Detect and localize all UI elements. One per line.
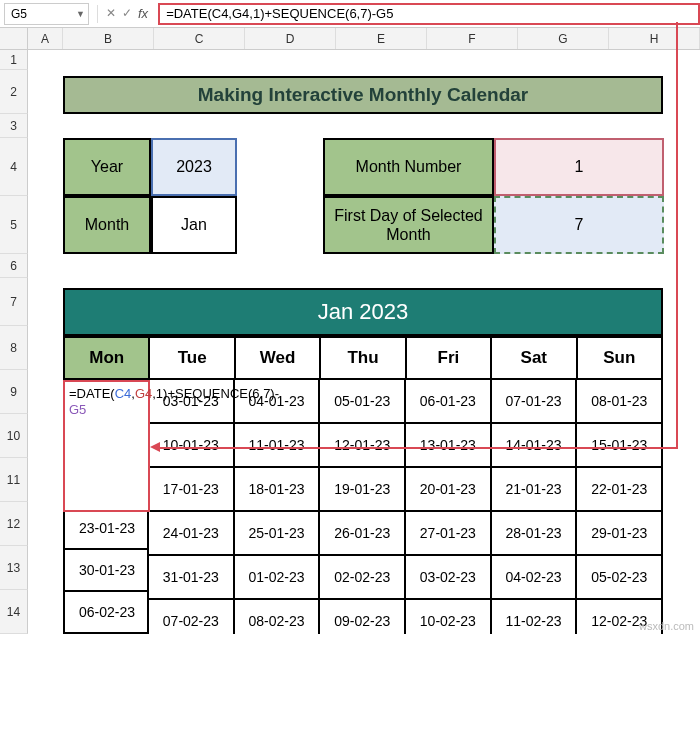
fx-icon[interactable]: fx bbox=[138, 6, 148, 21]
month-number-label: Month Number bbox=[323, 138, 494, 196]
annotation-line bbox=[154, 447, 678, 449]
calendar-cell[interactable]: 05-01-23 bbox=[318, 378, 406, 424]
calendar-cell[interactable]: 05-02-23 bbox=[575, 554, 663, 600]
separator bbox=[97, 5, 98, 23]
calendar-cell[interactable]: 26-01-23 bbox=[318, 510, 406, 556]
cancel-icon[interactable]: ✕ bbox=[106, 6, 116, 21]
calendar-cell[interactable]: 01-02-23 bbox=[233, 554, 321, 600]
row-header[interactable]: 10 bbox=[0, 414, 28, 458]
row-header[interactable]: 14 bbox=[0, 590, 28, 634]
row-header[interactable]: 5 bbox=[0, 196, 28, 254]
col-header[interactable]: A bbox=[28, 28, 63, 49]
annotation-line bbox=[676, 22, 678, 447]
calendar-cell[interactable]: 07-01-23 bbox=[490, 378, 578, 424]
row-header[interactable]: 4 bbox=[0, 138, 28, 196]
first-day-label-text: First Day of Selected Month bbox=[325, 206, 492, 244]
calendar-cell[interactable]: 11-01-23 bbox=[233, 422, 321, 468]
table-row: 10-01-23 11-01-23 12-01-23 13-01-23 14-0… bbox=[149, 424, 663, 468]
formula-overlay: =DATE(C4,G4,1)+SEQUENCE(6,7)-G5 bbox=[63, 380, 150, 512]
col-header[interactable]: E bbox=[336, 28, 427, 49]
col-header[interactable]: B bbox=[63, 28, 154, 49]
cell-ref-g4: G4 bbox=[135, 386, 152, 401]
column-headers: A B C D E F G H bbox=[0, 28, 700, 50]
row-header[interactable]: 8 bbox=[0, 326, 28, 370]
calendar-cell[interactable]: 11-02-23 bbox=[490, 598, 578, 634]
calendar-cell[interactable]: 17-01-23 bbox=[147, 466, 235, 512]
calendar-cell[interactable]: 09-02-23 bbox=[318, 598, 406, 634]
row-header[interactable]: 9 bbox=[0, 370, 28, 414]
first-day-value: 7 bbox=[494, 196, 664, 254]
calendar-header: Fri bbox=[405, 336, 492, 380]
calendar-cell[interactable]: 08-01-23 bbox=[575, 378, 663, 424]
row-header[interactable]: 7 bbox=[0, 278, 28, 326]
calendar-cell[interactable]: 20-01-23 bbox=[404, 466, 492, 512]
col-header[interactable]: G bbox=[518, 28, 609, 49]
calendar-cell[interactable]: 06-02-23 bbox=[63, 590, 151, 634]
calendar-cell[interactable]: 10-01-23 bbox=[147, 422, 235, 468]
row-header[interactable]: 2 bbox=[0, 70, 28, 114]
row-header[interactable]: 12 bbox=[0, 502, 28, 546]
calendar-cell[interactable]: 23-01-23 bbox=[63, 506, 151, 550]
chevron-down-icon[interactable]: ▼ bbox=[76, 9, 85, 19]
calendar-cell[interactable]: 06-01-23 bbox=[404, 378, 492, 424]
col-header[interactable]: H bbox=[609, 28, 700, 49]
page-title: Making Interactive Monthly Calendar bbox=[63, 76, 663, 114]
calendar-cell[interactable]: 13-01-23 bbox=[404, 422, 492, 468]
formula-text: ,1)+ bbox=[152, 386, 175, 401]
col-header[interactable]: C bbox=[154, 28, 245, 49]
calendar-cell[interactable]: 08-02-23 bbox=[233, 598, 321, 634]
calendar-header: Wed bbox=[234, 336, 321, 380]
select-all-corner[interactable] bbox=[0, 28, 28, 49]
calendar-cell[interactable]: 22-01-23 bbox=[575, 466, 663, 512]
calendar-cell[interactable]: 03-02-23 bbox=[404, 554, 492, 600]
calendar-cell[interactable]: 19-01-23 bbox=[318, 466, 406, 512]
calendar-header: Sun bbox=[576, 336, 663, 380]
formula-input[interactable]: =DATE(C4,G4,1)+SEQUENCE(6,7)-G5 bbox=[158, 3, 700, 25]
watermark: wsxdn.com bbox=[639, 620, 694, 632]
cell-ref-c4: C4 bbox=[115, 386, 132, 401]
row-header[interactable]: 3 bbox=[0, 114, 28, 138]
col-header[interactable]: D bbox=[245, 28, 336, 49]
calendar-cell[interactable]: 03-01-23 bbox=[147, 378, 235, 424]
calendar-cell[interactable]: 10-02-23 bbox=[404, 598, 492, 634]
check-icon[interactable]: ✓ bbox=[122, 6, 132, 21]
first-day-label: First Day of Selected Month bbox=[323, 196, 494, 254]
calendar-cell[interactable]: 31-01-23 bbox=[147, 554, 235, 600]
calendar-cell[interactable]: 14-01-23 bbox=[490, 422, 578, 468]
calendar-cell[interactable]: 21-01-23 bbox=[490, 466, 578, 512]
formula-text: SEQUENCE(6,7)- bbox=[175, 386, 279, 401]
name-box-value: G5 bbox=[11, 7, 27, 21]
table-row: 31-01-23 01-02-23 02-02-23 03-02-23 04-0… bbox=[149, 556, 663, 600]
month-value[interactable]: Jan bbox=[151, 196, 237, 254]
col-header[interactable]: F bbox=[427, 28, 518, 49]
month-number-value: 1 bbox=[494, 138, 664, 196]
calendar-cell[interactable]: 18-01-23 bbox=[233, 466, 321, 512]
calendar-cell[interactable]: 04-01-23 bbox=[233, 378, 321, 424]
calendar-cell[interactable]: 28-01-23 bbox=[490, 510, 578, 556]
calendar-cell[interactable]: 29-01-23 bbox=[575, 510, 663, 556]
month-label: Month bbox=[63, 196, 151, 254]
calendar-cell[interactable]: 12-01-23 bbox=[318, 422, 406, 468]
table-row: 07-02-23 08-02-23 09-02-23 10-02-23 11-0… bbox=[149, 600, 663, 634]
formula-bar: G5 ▼ ✕ ✓ fx =DATE(C4,G4,1)+SEQUENCE(6,7)… bbox=[0, 0, 700, 28]
row-header[interactable]: 11 bbox=[0, 458, 28, 502]
row-header[interactable]: 6 bbox=[0, 254, 28, 278]
calendar-cell[interactable]: 30-01-23 bbox=[63, 548, 151, 592]
formula-text: =DATE( bbox=[69, 386, 115, 401]
calendar-cell[interactable]: 02-02-23 bbox=[318, 554, 406, 600]
calendar-cell[interactable]: 04-02-23 bbox=[490, 554, 578, 600]
calendar-header-row: Mon Tue Wed Thu Fri Sat Sun bbox=[63, 336, 663, 380]
calendar-header: Thu bbox=[319, 336, 406, 380]
calendar-cell[interactable]: 15-01-23 bbox=[575, 422, 663, 468]
calendar-cell[interactable]: 25-01-23 bbox=[233, 510, 321, 556]
calendar-cell[interactable]: 24-01-23 bbox=[147, 510, 235, 556]
table-row: 24-01-23 25-01-23 26-01-23 27-01-23 28-0… bbox=[149, 512, 663, 556]
formula-controls: ✕ ✓ fx bbox=[102, 6, 158, 21]
name-box[interactable]: G5 ▼ bbox=[4, 3, 89, 25]
year-value[interactable]: 2023 bbox=[151, 138, 237, 196]
calendar-cell[interactable]: 27-01-23 bbox=[404, 510, 492, 556]
spreadsheet-area[interactable]: Making Interactive Monthly Calendar Year… bbox=[28, 50, 700, 634]
row-header[interactable]: 1 bbox=[0, 50, 28, 70]
row-header[interactable]: 13 bbox=[0, 546, 28, 590]
calendar-cell[interactable]: 07-02-23 bbox=[147, 598, 235, 634]
